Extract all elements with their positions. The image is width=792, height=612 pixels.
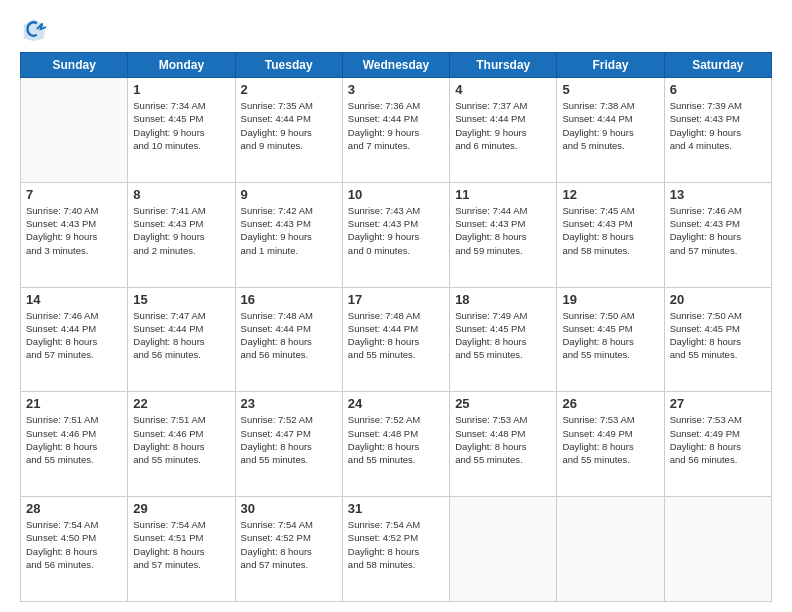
day-info: Sunrise: 7:43 AM Sunset: 4:43 PM Dayligh… — [348, 204, 444, 257]
day-info: Sunrise: 7:54 AM Sunset: 4:50 PM Dayligh… — [26, 518, 122, 571]
day-info: Sunrise: 7:52 AM Sunset: 4:48 PM Dayligh… — [348, 413, 444, 466]
day-info: Sunrise: 7:45 AM Sunset: 4:43 PM Dayligh… — [562, 204, 658, 257]
day-cell: 7Sunrise: 7:40 AM Sunset: 4:43 PM Daylig… — [21, 182, 128, 287]
day-cell: 25Sunrise: 7:53 AM Sunset: 4:48 PM Dayli… — [450, 392, 557, 497]
day-number: 25 — [455, 396, 551, 411]
day-number: 31 — [348, 501, 444, 516]
day-number: 6 — [670, 82, 766, 97]
day-info: Sunrise: 7:49 AM Sunset: 4:45 PM Dayligh… — [455, 309, 551, 362]
day-number: 29 — [133, 501, 229, 516]
day-number: 13 — [670, 187, 766, 202]
page: SundayMondayTuesdayWednesdayThursdayFrid… — [0, 0, 792, 612]
day-number: 23 — [241, 396, 337, 411]
day-header-monday: Monday — [128, 53, 235, 78]
day-header-saturday: Saturday — [664, 53, 771, 78]
day-info: Sunrise: 7:37 AM Sunset: 4:44 PM Dayligh… — [455, 99, 551, 152]
day-cell: 2Sunrise: 7:35 AM Sunset: 4:44 PM Daylig… — [235, 78, 342, 183]
day-number: 7 — [26, 187, 122, 202]
day-cell: 6Sunrise: 7:39 AM Sunset: 4:43 PM Daylig… — [664, 78, 771, 183]
day-number: 19 — [562, 292, 658, 307]
day-info: Sunrise: 7:48 AM Sunset: 4:44 PM Dayligh… — [241, 309, 337, 362]
day-cell: 22Sunrise: 7:51 AM Sunset: 4:46 PM Dayli… — [128, 392, 235, 497]
day-cell: 14Sunrise: 7:46 AM Sunset: 4:44 PM Dayli… — [21, 287, 128, 392]
week-row-3: 21Sunrise: 7:51 AM Sunset: 4:46 PM Dayli… — [21, 392, 772, 497]
day-header-sunday: Sunday — [21, 53, 128, 78]
day-info: Sunrise: 7:46 AM Sunset: 4:43 PM Dayligh… — [670, 204, 766, 257]
day-info: Sunrise: 7:44 AM Sunset: 4:43 PM Dayligh… — [455, 204, 551, 257]
day-number: 16 — [241, 292, 337, 307]
day-info: Sunrise: 7:54 AM Sunset: 4:52 PM Dayligh… — [348, 518, 444, 571]
day-info: Sunrise: 7:39 AM Sunset: 4:43 PM Dayligh… — [670, 99, 766, 152]
day-info: Sunrise: 7:54 AM Sunset: 4:52 PM Dayligh… — [241, 518, 337, 571]
day-info: Sunrise: 7:41 AM Sunset: 4:43 PM Dayligh… — [133, 204, 229, 257]
day-number: 5 — [562, 82, 658, 97]
day-cell: 31Sunrise: 7:54 AM Sunset: 4:52 PM Dayli… — [342, 497, 449, 602]
day-number: 1 — [133, 82, 229, 97]
day-cell: 29Sunrise: 7:54 AM Sunset: 4:51 PM Dayli… — [128, 497, 235, 602]
day-number: 11 — [455, 187, 551, 202]
day-info: Sunrise: 7:53 AM Sunset: 4:48 PM Dayligh… — [455, 413, 551, 466]
day-cell: 15Sunrise: 7:47 AM Sunset: 4:44 PM Dayli… — [128, 287, 235, 392]
day-number: 14 — [26, 292, 122, 307]
day-number: 2 — [241, 82, 337, 97]
day-cell: 10Sunrise: 7:43 AM Sunset: 4:43 PM Dayli… — [342, 182, 449, 287]
day-cell: 21Sunrise: 7:51 AM Sunset: 4:46 PM Dayli… — [21, 392, 128, 497]
day-cell: 20Sunrise: 7:50 AM Sunset: 4:45 PM Dayli… — [664, 287, 771, 392]
day-number: 17 — [348, 292, 444, 307]
day-number: 28 — [26, 501, 122, 516]
day-number: 4 — [455, 82, 551, 97]
day-cell: 27Sunrise: 7:53 AM Sunset: 4:49 PM Dayli… — [664, 392, 771, 497]
logo-icon — [20, 16, 48, 44]
day-number: 9 — [241, 187, 337, 202]
day-info: Sunrise: 7:52 AM Sunset: 4:47 PM Dayligh… — [241, 413, 337, 466]
header — [20, 16, 772, 44]
day-info: Sunrise: 7:38 AM Sunset: 4:44 PM Dayligh… — [562, 99, 658, 152]
day-cell: 8Sunrise: 7:41 AM Sunset: 4:43 PM Daylig… — [128, 182, 235, 287]
day-info: Sunrise: 7:34 AM Sunset: 4:45 PM Dayligh… — [133, 99, 229, 152]
week-row-0: 1Sunrise: 7:34 AM Sunset: 4:45 PM Daylig… — [21, 78, 772, 183]
week-row-2: 14Sunrise: 7:46 AM Sunset: 4:44 PM Dayli… — [21, 287, 772, 392]
header-row: SundayMondayTuesdayWednesdayThursdayFrid… — [21, 53, 772, 78]
day-info: Sunrise: 7:51 AM Sunset: 4:46 PM Dayligh… — [133, 413, 229, 466]
day-number: 22 — [133, 396, 229, 411]
day-cell: 24Sunrise: 7:52 AM Sunset: 4:48 PM Dayli… — [342, 392, 449, 497]
day-info: Sunrise: 7:50 AM Sunset: 4:45 PM Dayligh… — [562, 309, 658, 362]
day-cell: 30Sunrise: 7:54 AM Sunset: 4:52 PM Dayli… — [235, 497, 342, 602]
day-number: 18 — [455, 292, 551, 307]
day-header-wednesday: Wednesday — [342, 53, 449, 78]
day-cell: 12Sunrise: 7:45 AM Sunset: 4:43 PM Dayli… — [557, 182, 664, 287]
day-cell: 9Sunrise: 7:42 AM Sunset: 4:43 PM Daylig… — [235, 182, 342, 287]
day-header-thursday: Thursday — [450, 53, 557, 78]
day-number: 12 — [562, 187, 658, 202]
day-info: Sunrise: 7:40 AM Sunset: 4:43 PM Dayligh… — [26, 204, 122, 257]
logo — [20, 16, 52, 44]
day-number: 21 — [26, 396, 122, 411]
day-info: Sunrise: 7:36 AM Sunset: 4:44 PM Dayligh… — [348, 99, 444, 152]
day-cell: 11Sunrise: 7:44 AM Sunset: 4:43 PM Dayli… — [450, 182, 557, 287]
day-info: Sunrise: 7:42 AM Sunset: 4:43 PM Dayligh… — [241, 204, 337, 257]
day-number: 3 — [348, 82, 444, 97]
day-number: 24 — [348, 396, 444, 411]
day-number: 30 — [241, 501, 337, 516]
day-info: Sunrise: 7:35 AM Sunset: 4:44 PM Dayligh… — [241, 99, 337, 152]
day-cell: 4Sunrise: 7:37 AM Sunset: 4:44 PM Daylig… — [450, 78, 557, 183]
day-info: Sunrise: 7:47 AM Sunset: 4:44 PM Dayligh… — [133, 309, 229, 362]
day-number: 15 — [133, 292, 229, 307]
day-number: 20 — [670, 292, 766, 307]
day-info: Sunrise: 7:54 AM Sunset: 4:51 PM Dayligh… — [133, 518, 229, 571]
day-info: Sunrise: 7:50 AM Sunset: 4:45 PM Dayligh… — [670, 309, 766, 362]
day-cell — [664, 497, 771, 602]
day-cell: 13Sunrise: 7:46 AM Sunset: 4:43 PM Dayli… — [664, 182, 771, 287]
day-number: 10 — [348, 187, 444, 202]
day-cell: 16Sunrise: 7:48 AM Sunset: 4:44 PM Dayli… — [235, 287, 342, 392]
day-cell: 28Sunrise: 7:54 AM Sunset: 4:50 PM Dayli… — [21, 497, 128, 602]
day-cell: 1Sunrise: 7:34 AM Sunset: 4:45 PM Daylig… — [128, 78, 235, 183]
day-cell: 23Sunrise: 7:52 AM Sunset: 4:47 PM Dayli… — [235, 392, 342, 497]
day-info: Sunrise: 7:46 AM Sunset: 4:44 PM Dayligh… — [26, 309, 122, 362]
week-row-4: 28Sunrise: 7:54 AM Sunset: 4:50 PM Dayli… — [21, 497, 772, 602]
day-number: 27 — [670, 396, 766, 411]
day-cell: 3Sunrise: 7:36 AM Sunset: 4:44 PM Daylig… — [342, 78, 449, 183]
day-cell — [450, 497, 557, 602]
day-info: Sunrise: 7:51 AM Sunset: 4:46 PM Dayligh… — [26, 413, 122, 466]
day-cell — [557, 497, 664, 602]
